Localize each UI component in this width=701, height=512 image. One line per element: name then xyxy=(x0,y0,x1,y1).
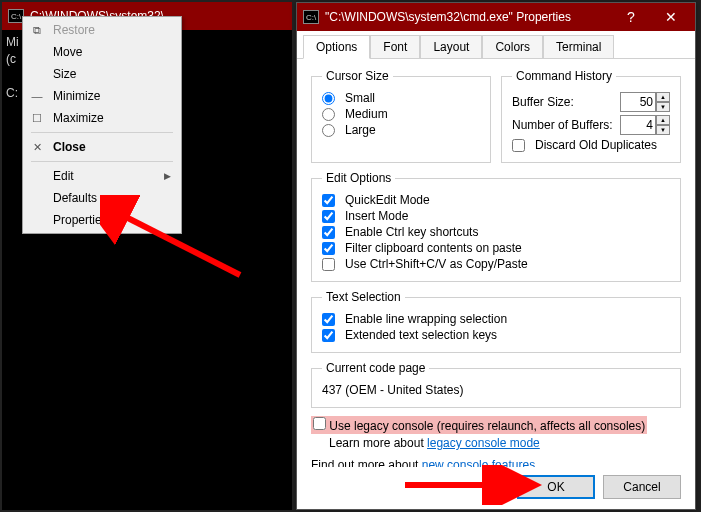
cancel-button[interactable]: Cancel xyxy=(603,475,681,499)
menu-separator xyxy=(31,161,173,162)
cursor-large-radio[interactable] xyxy=(322,124,335,137)
num-buffers-spinner[interactable]: ▲▼ xyxy=(656,115,670,135)
menu-maximize[interactable]: ☐ Maximize xyxy=(25,107,179,129)
text-selection-group: Text Selection Enable line wrapping sele… xyxy=(311,290,681,353)
insert-mode-check[interactable] xyxy=(322,210,335,223)
menu-restore: ⧉ Restore xyxy=(25,19,179,41)
cmd-icon: C:\ xyxy=(303,10,319,24)
tab-colors[interactable]: Colors xyxy=(482,35,543,58)
tab-body-options: Cursor Size Small Medium Large Command H… xyxy=(297,59,695,467)
line-wrap-check[interactable] xyxy=(322,313,335,326)
edit-options-group: Edit Options QuickEdit Mode Insert Mode … xyxy=(311,171,681,282)
tab-strip: Options Font Layout Colors Terminal xyxy=(297,31,695,59)
menu-size[interactable]: Size xyxy=(25,63,179,85)
menu-minimize[interactable]: — Minimize xyxy=(25,85,179,107)
ctrlshift-cv-check[interactable] xyxy=(322,258,335,271)
chevron-right-icon: ▶ xyxy=(164,171,171,181)
menu-move[interactable]: Move xyxy=(25,41,179,63)
tab-terminal[interactable]: Terminal xyxy=(543,35,614,58)
quickedit-check[interactable] xyxy=(322,194,335,207)
codepage-value: 437 (OEM - United States) xyxy=(322,383,463,397)
menu-edit[interactable]: Edit ▶ xyxy=(25,165,179,187)
dialog-close-button[interactable]: ✕ xyxy=(651,3,691,31)
filter-clipboard-check[interactable] xyxy=(322,242,335,255)
properties-dialog: C:\ "C:\WINDOWS\system32\cmd.exe" Proper… xyxy=(296,2,696,510)
ok-button[interactable]: OK xyxy=(517,475,595,499)
close-icon: ✕ xyxy=(29,141,45,154)
menu-defaults[interactable]: Defaults xyxy=(25,187,179,209)
legacy-console-check[interactable] xyxy=(313,417,326,430)
codepage-group: Current code page 437 (OEM - United Stat… xyxy=(311,361,681,408)
tab-layout[interactable]: Layout xyxy=(420,35,482,58)
cursor-medium-radio[interactable] xyxy=(322,108,335,121)
dialog-title: "C:\WINDOWS\system32\cmd.exe" Properties xyxy=(325,10,611,24)
discard-duplicates-check[interactable] xyxy=(512,139,525,152)
buffer-size-input[interactable] xyxy=(620,92,656,112)
cursor-size-group: Cursor Size Small Medium Large xyxy=(311,69,491,163)
maximize-icon: ☐ xyxy=(29,112,45,125)
menu-separator xyxy=(31,132,173,133)
minimize-icon: — xyxy=(29,90,45,102)
buffer-size-spinner[interactable]: ▲▼ xyxy=(656,92,670,112)
num-buffers-input[interactable] xyxy=(620,115,656,135)
dialog-help-button[interactable]: ? xyxy=(611,3,651,31)
command-history-group: Command History Buffer Size: ▲▼ Number o… xyxy=(501,69,681,163)
system-context-menu: ⧉ Restore Move Size — Minimize ☐ Maximiz… xyxy=(22,16,182,234)
tab-font[interactable]: Font xyxy=(370,35,420,58)
new-console-features-link[interactable]: new console features xyxy=(422,458,535,467)
menu-properties[interactable]: Properties xyxy=(25,209,179,231)
ext-text-sel-check[interactable] xyxy=(322,329,335,342)
ctrl-shortcuts-check[interactable] xyxy=(322,226,335,239)
dialog-titlebar[interactable]: C:\ "C:\WINDOWS\system32\cmd.exe" Proper… xyxy=(297,3,695,31)
dialog-button-row: OK Cancel xyxy=(297,467,695,509)
restore-icon: ⧉ xyxy=(29,24,45,37)
tab-options[interactable]: Options xyxy=(303,35,370,59)
menu-close[interactable]: ✕ Close xyxy=(25,136,179,158)
legacy-console-link[interactable]: legacy console mode xyxy=(427,436,540,450)
cursor-small-radio[interactable] xyxy=(322,92,335,105)
